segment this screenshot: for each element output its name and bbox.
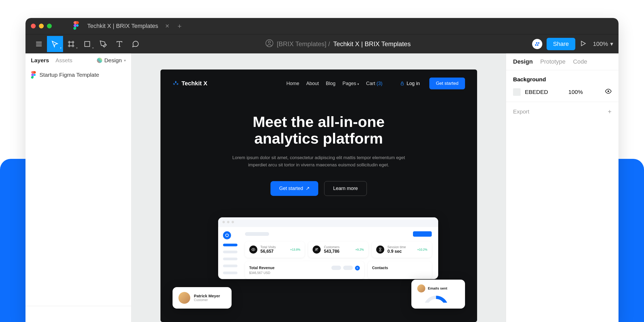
color-swatch[interactable] bbox=[513, 88, 521, 96]
donut-chart-icon bbox=[417, 295, 455, 303]
svg-point-21 bbox=[253, 249, 254, 250]
svg-point-16 bbox=[538, 42, 540, 44]
zoom-value: 100% bbox=[593, 41, 608, 47]
tab-title: Techkit X | BRIX Templates bbox=[87, 23, 158, 30]
stat-card-visits: Total Visits56,657 +13.8% bbox=[245, 241, 305, 258]
svg-point-15 bbox=[536, 42, 537, 44]
artboard-frame[interactable]: Techkit X Home About Blog Pages ▾ Cart (… bbox=[160, 69, 477, 322]
share-button[interactable]: Share bbox=[547, 38, 575, 50]
dashboard-preview: Total Visits56,657 +13.8% Customers543,7… bbox=[173, 217, 465, 298]
sidebar-item bbox=[223, 272, 237, 274]
hero-cta-secondary[interactable]: Learn more bbox=[324, 181, 367, 196]
svg-point-22 bbox=[316, 248, 317, 250]
canvas[interactable]: Techkit X Home About Blog Pages ▾ Cart (… bbox=[131, 53, 506, 322]
page-selector[interactable]: Design ▾ bbox=[97, 57, 126, 64]
browser-chrome bbox=[218, 217, 438, 227]
move-tool[interactable]: ▾ bbox=[47, 36, 63, 52]
figma-file-icon bbox=[31, 71, 36, 79]
left-panel-footer bbox=[25, 306, 131, 322]
hero-cta-primary[interactable]: Get started↗ bbox=[270, 181, 318, 196]
text-tool[interactable] bbox=[111, 36, 127, 52]
close-tab-icon[interactable]: ✕ bbox=[165, 23, 170, 29]
prototype-tab[interactable]: Prototype bbox=[540, 58, 565, 65]
avatar bbox=[178, 292, 190, 304]
present-icon[interactable] bbox=[580, 40, 587, 48]
nav-pages[interactable]: Pages ▾ bbox=[342, 81, 359, 86]
minimize-window-icon[interactable] bbox=[39, 24, 44, 28]
dashboard-sidebar bbox=[218, 227, 242, 279]
page-selector-label: Design bbox=[104, 57, 122, 64]
brand-logo[interactable]: Techkit X bbox=[173, 80, 207, 87]
site-nav: Techkit X Home About Blog Pages ▾ Cart (… bbox=[173, 78, 465, 89]
hero-subtitle: Lorem ipsum dolor sit amet, consectetur … bbox=[232, 154, 406, 169]
visibility-toggle-icon[interactable] bbox=[605, 88, 612, 96]
svg-marker-17 bbox=[581, 41, 585, 46]
opacity-value[interactable]: 100% bbox=[568, 89, 583, 95]
stat-delta: +10.2% bbox=[417, 248, 427, 251]
close-window-icon[interactable] bbox=[31, 24, 36, 28]
traffic-lights bbox=[31, 24, 52, 28]
code-tab[interactable]: Code bbox=[573, 58, 587, 65]
layers-tab[interactable]: Layers bbox=[31, 57, 49, 64]
maximize-window-icon[interactable] bbox=[47, 24, 52, 28]
sidebar-item bbox=[223, 251, 237, 253]
figma-app-window: Techkit X | BRIX Templates ✕ + ▾ ▾ ▾ [BR… bbox=[25, 18, 619, 322]
pen-tool[interactable] bbox=[95, 36, 111, 52]
login-link[interactable]: Log in bbox=[400, 81, 420, 86]
zoom-control[interactable]: 100%▾ bbox=[593, 41, 613, 47]
project-name: Techkit X | BRIX Templates bbox=[333, 40, 411, 48]
svg-point-25 bbox=[608, 90, 609, 92]
sidebar-item bbox=[223, 244, 237, 246]
assets-tab[interactable]: Assets bbox=[56, 57, 72, 64]
cart-count: (3) bbox=[376, 81, 382, 86]
users-icon bbox=[313, 246, 321, 254]
nav-get-started-button[interactable]: Get started bbox=[429, 78, 465, 89]
main-toolbar: ▾ ▾ ▾ [BRIX Templates] /Techkit X | BRIX… bbox=[25, 34, 619, 53]
figma-logo-icon bbox=[63, 21, 79, 31]
dashboard-action-button bbox=[413, 231, 432, 237]
comment-tool[interactable] bbox=[127, 36, 144, 52]
sidebar-item bbox=[223, 258, 237, 260]
stat-delta: +9.2% bbox=[355, 248, 364, 251]
window-titlebar: Techkit X | BRIX Templates ✕ + bbox=[25, 18, 619, 34]
revenue-card: + Total Revenue $346,567 USD bbox=[245, 261, 364, 279]
color-hex-value[interactable]: EBEDED bbox=[525, 89, 548, 95]
svg-rect-19 bbox=[401, 83, 404, 85]
palette-icon bbox=[97, 58, 102, 63]
plus-icon: + bbox=[355, 266, 360, 270]
chevron-down-icon: ▾ bbox=[357, 82, 359, 86]
brand-name: Techkit X bbox=[182, 80, 207, 87]
svg-point-0 bbox=[76, 24, 79, 27]
nav-blog[interactable]: Blog bbox=[326, 81, 335, 86]
nav-home[interactable]: Home bbox=[286, 81, 299, 86]
dashboard-logo-icon bbox=[223, 231, 231, 239]
layer-row[interactable]: Startup Figma Template bbox=[25, 67, 131, 82]
svg-point-12 bbox=[268, 41, 270, 43]
avatar bbox=[417, 284, 425, 292]
document-title[interactable]: [BRIX Templates] /Techkit X | BRIX Templ… bbox=[144, 39, 532, 49]
add-export-icon[interactable]: + bbox=[608, 108, 612, 115]
login-label: Log in bbox=[407, 81, 420, 86]
customer-float-card: Patrick MeyerCustomer bbox=[173, 287, 232, 309]
layers-panel: Layers Assets Design ▾ Startup Figma Tem… bbox=[25, 53, 131, 322]
hourglass-icon bbox=[376, 246, 384, 254]
logo-mark-icon bbox=[173, 80, 179, 87]
svg-point-13 bbox=[535, 44, 537, 46]
chevron-down-icon: ▾ bbox=[610, 41, 613, 47]
document-tab[interactable]: Techkit X | BRIX Templates ✕ bbox=[87, 23, 170, 30]
emails-float-card: Emails sent bbox=[411, 280, 465, 309]
rectangle-tool[interactable]: ▾ bbox=[79, 36, 95, 52]
nav-cart[interactable]: Cart (3) bbox=[366, 81, 382, 86]
design-tab[interactable]: Design bbox=[513, 58, 533, 65]
export-section: Export + bbox=[506, 102, 619, 121]
hamburger-menu-icon[interactable] bbox=[31, 36, 47, 52]
sidebar-item bbox=[223, 265, 237, 267]
nav-about[interactable]: About bbox=[306, 81, 319, 86]
arrow-icon: ↗ bbox=[306, 185, 310, 191]
svg-point-14 bbox=[537, 44, 539, 46]
new-tab-button[interactable]: + bbox=[178, 22, 182, 30]
user-avatar[interactable] bbox=[532, 39, 542, 49]
svg-rect-8 bbox=[85, 41, 90, 46]
hero-section: Meet the all-in-oneanalytics platform Lo… bbox=[173, 114, 465, 196]
frame-tool[interactable]: ▾ bbox=[63, 36, 79, 52]
